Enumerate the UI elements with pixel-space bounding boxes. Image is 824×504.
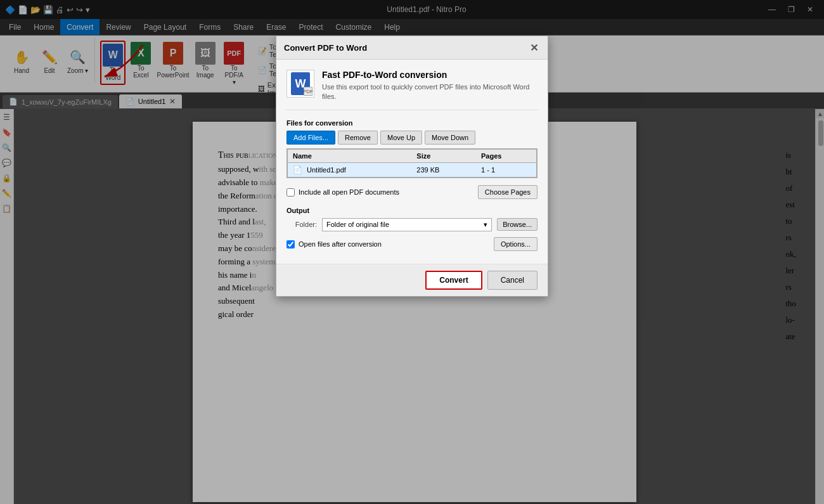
move-down-button[interactable]: Move Down [425, 131, 475, 145]
hero-desc: Use this export tool to quickly convert … [322, 82, 538, 102]
include-all-label: Include all open PDF documents [299, 188, 399, 196]
file-name: 📄 Untitled1.pdf [288, 162, 412, 177]
include-all-row: Include all open PDF documents Choose Pa… [286, 183, 538, 202]
modal-footer: Convert Cancel [276, 264, 548, 296]
folder-row: Folder: Folder of original file ▾ Browse… [286, 218, 538, 231]
browse-button[interactable]: Browse... [497, 218, 538, 231]
output-section: Output Folder: Folder of original file ▾… [286, 207, 538, 254]
modal-overlay: Convert PDF to Word ✕ W PDF Fast PDF-to-… [0, 0, 824, 504]
pdf-badge: PDF [304, 87, 312, 96]
output-label: Output [286, 207, 538, 214]
files-label: Files for conversion [286, 119, 538, 127]
dropdown-arrow: ▾ [484, 221, 487, 229]
folder-dropdown[interactable]: Folder of original file ▾ [322, 218, 492, 231]
move-up-button[interactable]: Move Up [380, 131, 422, 145]
include-all-checkbox[interactable] [286, 188, 295, 197]
include-all-checkbox-row: Include all open PDF documents [286, 188, 399, 197]
file-toolbar: Add Files... Remove Move Up Move Down [286, 131, 538, 145]
hero-title: Fast PDF-to-Word conversion [322, 70, 538, 80]
file-pdf-icon: 📄 [293, 165, 302, 174]
col-pages: Pages [476, 149, 537, 162]
word-large-icon: W PDF [286, 70, 314, 98]
open-files-row: Open files after conversion Options... [286, 235, 538, 254]
convert-button[interactable]: Convert [425, 271, 482, 290]
options-button[interactable]: Options... [494, 237, 538, 251]
folder-value: Folder of original file [326, 221, 389, 228]
add-files-button[interactable]: Add Files... [286, 131, 335, 145]
remove-button[interactable]: Remove [338, 131, 378, 145]
file-pages: 1 - 1 [476, 162, 537, 177]
open-files-checkbox[interactable] [286, 240, 295, 249]
folder-label: Folder: [286, 221, 317, 228]
modal-hero: W PDF Fast PDF-to-Word conversion Use th… [286, 70, 538, 110]
open-files-checkbox-row: Open files after conversion [286, 240, 382, 249]
choose-pages-button[interactable]: Choose Pages [478, 185, 538, 199]
file-table: Name Size Pages 📄 Untitled1.pdf 239 KB [287, 149, 537, 178]
file-size: 239 KB [411, 162, 476, 177]
modal-header: Convert PDF to Word ✕ [276, 36, 548, 60]
modal-title: Convert PDF to Word [284, 43, 367, 53]
col-size: Size [411, 149, 476, 162]
file-table-container: Name Size Pages 📄 Untitled1.pdf 239 KB [286, 148, 538, 178]
cancel-button[interactable]: Cancel [487, 271, 538, 290]
modal-hero-text: Fast PDF-to-Word conversion Use this exp… [322, 70, 538, 102]
modal-close-button[interactable]: ✕ [527, 41, 540, 54]
col-name: Name [288, 149, 412, 162]
file-row[interactable]: 📄 Untitled1.pdf 239 KB 1 - 1 [288, 162, 537, 177]
modal-icon-container: W PDF [286, 70, 314, 98]
convert-modal: Convert PDF to Word ✕ W PDF Fast PDF-to-… [276, 36, 548, 297]
modal-body: W PDF Fast PDF-to-Word conversion Use th… [276, 60, 548, 264]
open-files-label: Open files after conversion [299, 240, 382, 248]
